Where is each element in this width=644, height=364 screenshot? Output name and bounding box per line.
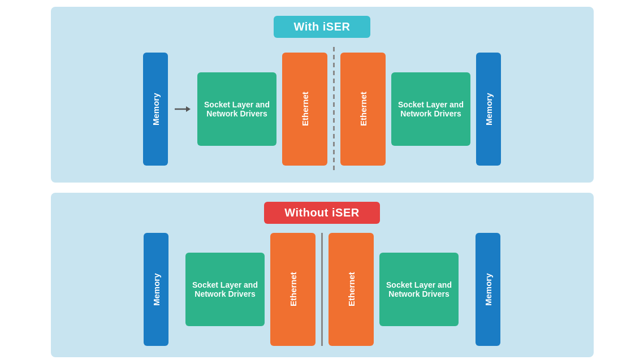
without-iser-left-ethernet: Ethernet <box>270 233 315 346</box>
with-iser-left-group: Memory Socket Layer and Network Drivers … <box>143 53 327 166</box>
without-iser-right-socket: Socket Layer and Network Drivers <box>379 253 459 326</box>
with-iser-left-socket: Socket Layer and Network Drivers <box>197 72 276 146</box>
without-iser-center-divider <box>321 233 323 346</box>
without-iser-left-memory: Memory <box>144 233 168 346</box>
without-iser-left-group: Memory Socket Layer and Network Drivers … <box>144 233 315 346</box>
without-iser-left-socket: Socket Layer and Network Drivers <box>185 253 265 326</box>
without-iser-right-memory: Memory <box>476 233 500 346</box>
with-iser-center-divider <box>333 47 335 171</box>
without-iser-right-group: Ethernet Socket Layer and Network Driver… <box>329 233 500 346</box>
with-iser-right-ethernet: Ethernet <box>340 53 386 166</box>
with-iser-left-memory: Memory <box>143 53 168 166</box>
without-iser-title: Without iSER <box>264 202 379 224</box>
with-iser-right-memory: Memory <box>476 53 501 166</box>
with-iser-right-group: Ethernet Socket Layer and Network Driver… <box>340 53 501 166</box>
with-iser-left-arrow <box>174 104 192 114</box>
without-iser-diagram: Without iSER Memory Socket Layer and Net… <box>51 193 594 357</box>
with-iser-row: Memory Socket Layer and Network Drivers … <box>62 47 582 171</box>
with-iser-left-ethernet: Ethernet <box>282 53 327 166</box>
with-iser-title: With iSER <box>274 16 371 38</box>
with-iser-right-socket: Socket Layer and Network Drivers <box>391 72 470 146</box>
without-iser-right-ethernet: Ethernet <box>329 233 374 346</box>
svg-marker-1 <box>186 106 191 112</box>
with-iser-diagram: With iSER Memory Socket Layer and Networ… <box>51 7 594 183</box>
without-iser-row: Memory Socket Layer and Network Drivers … <box>62 233 582 346</box>
